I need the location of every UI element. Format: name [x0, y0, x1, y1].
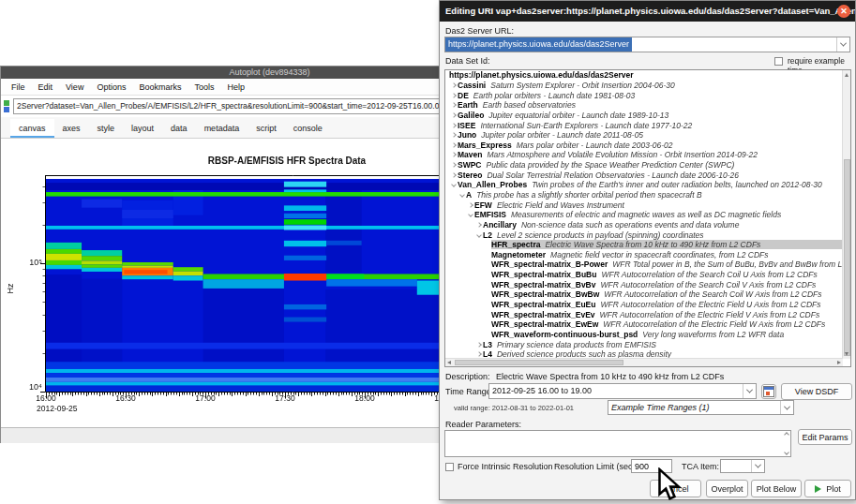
horizontal-scrollbar[interactable] — [445, 358, 843, 366]
chevron-collapsed-icon[interactable] — [450, 173, 458, 177]
tree-item-Ancillary[interactable]: AncillaryNon-science data such as operat… — [445, 220, 850, 230]
chevron-collapsed-icon[interactable] — [467, 203, 474, 207]
tree-item-WFR_spectral-matrix_BuBu[interactable]: WFR_spectral-matrix_BuBuWFR Autocorrelat… — [445, 270, 850, 280]
menu-item-tools[interactable]: Tools — [188, 82, 220, 92]
tree-item-WFR_spectral-matrix_EuEu[interactable]: WFR_spectral-matrix_EuEuWFR Autocorrelat… — [445, 300, 850, 310]
force-intrinsic-resolution-checkbox[interactable] — [445, 463, 454, 471]
menu-item-options[interactable]: Options — [90, 82, 132, 92]
chevron-up-icon[interactable] — [784, 432, 789, 437]
chevron-collapsed-icon[interactable] — [450, 113, 458, 117]
tab-data[interactable]: data — [162, 119, 196, 138]
tree-item-Maven[interactable]: MavenMars Atmosphere and Volatile Evolut… — [445, 150, 850, 160]
tab-metadata[interactable]: metadata — [196, 119, 248, 138]
chevron-expanded-icon[interactable] — [450, 183, 458, 186]
tree-item-ISEE[interactable]: ISEEInternational Sun-Earth Explorers - … — [445, 120, 850, 130]
chevron-down-icon[interactable] — [743, 384, 756, 398]
chevron-collapsed-icon[interactable] — [450, 163, 458, 167]
y-tick-label: 10⁴ — [10, 382, 42, 392]
menu-item-help[interactable]: Help — [220, 82, 251, 92]
tree-item-L2[interactable]: L2Level 2 science products in payload (s… — [445, 230, 850, 240]
overplot-button[interactable]: Overplot — [706, 480, 748, 497]
chevron-collapsed-icon[interactable] — [450, 94, 458, 97]
chevron-collapsed-icon[interactable] — [450, 103, 458, 107]
chevron-down-icon[interactable] — [784, 450, 789, 455]
view-dsdf-button[interactable]: View DSDF — [781, 383, 852, 400]
require-example-time-checkbox[interactable] — [774, 57, 783, 66]
menu-item-edit[interactable]: Edit — [32, 82, 60, 92]
tree-item-L3[interactable]: L3Primary science data products from EMF… — [445, 339, 850, 349]
tree-item-EMFISIS[interactable]: EMFISISMeasurements of electric and magn… — [445, 210, 850, 220]
tree-item-EFW[interactable]: EFWElectric Field and Waves Instrument — [445, 200, 850, 210]
close-icon[interactable]: ✕ — [837, 5, 850, 18]
chevron-collapsed-icon[interactable] — [450, 143, 458, 147]
scroll-down-icon[interactable] — [845, 352, 848, 356]
chevron-collapsed-icon[interactable] — [450, 124, 458, 127]
reader-parameters-textarea[interactable] — [444, 430, 791, 457]
time-range-combobox[interactable]: 2012-09-25 16.00 to 19.00 — [488, 383, 757, 399]
chevron-collapsed-icon[interactable] — [475, 352, 483, 356]
tree-item-Mars_Express[interactable]: Mars_ExpressMars polar orbiter - Launch … — [445, 140, 850, 150]
chevron-collapsed-icon[interactable] — [450, 133, 458, 137]
plot-button[interactable]: Plot — [804, 480, 851, 497]
chevron-expanded-icon[interactable] — [475, 233, 483, 237]
tab-console[interactable]: console — [285, 119, 331, 138]
tree-item-Galileo[interactable]: GalileoJupiter equatorial orbiter - Laun… — [445, 111, 850, 121]
chevron-down-icon[interactable] — [780, 401, 793, 414]
description-label: Description: — [445, 372, 490, 381]
tree-item-A[interactable]: AThis probe has a slightly shorter orbit… — [445, 190, 850, 200]
scroll-left-icon[interactable] — [447, 361, 451, 364]
tree-item-WFR_spectral-matrix_EwEw[interactable]: WFR_spectral-matrix_EwEwWFR Autocorrelat… — [445, 319, 850, 330]
tree-item-DE[interactable]: DEEarth polar orbiters - Launch date 198… — [445, 90, 850, 100]
tree-item-Cassini[interactable]: CassiniSaturn System Explorer - Orbit In… — [445, 81, 850, 91]
plot-below-button[interactable]: Plot Below — [751, 480, 802, 497]
dataset-tree[interactable]: https://planet.physics.uiowa.edu/das/das… — [444, 69, 851, 367]
tab-style[interactable]: style — [89, 119, 124, 138]
chevron-collapsed-icon[interactable] — [450, 83, 458, 87]
calendar-icon — [763, 386, 774, 397]
tab-layout[interactable]: layout — [123, 119, 162, 138]
hscroll-thumb[interactable] — [455, 360, 623, 365]
tree-item-WFR_waveform-continuous-burst_psd[interactable]: WFR_waveform-continuous-burst_psdVery lo… — [445, 330, 850, 340]
play-icon — [815, 485, 821, 493]
tree-item-WFR_spectral-matrix_EvEv[interactable]: WFR_spectral-matrix_EvEvWFR Autocorrelat… — [445, 309, 850, 319]
tree-item-Juno[interactable]: JunoJupiter polar orbiter - Launch date … — [445, 130, 850, 141]
chevron-down-icon[interactable] — [751, 460, 764, 472]
tree-item-WFR_spectral-matrix_B-Power[interactable]: WFR_spectral-matrix_B-PowerWFR Total pow… — [445, 259, 850, 270]
chevron-collapsed-icon[interactable] — [475, 223, 483, 227]
description-value: Electric Wave Spectra from 10 kHz to 490… — [496, 372, 724, 381]
vertical-scrollbar[interactable] — [842, 70, 850, 359]
tree-item-WFR_spectral-matrix_BvBv[interactable]: WFR_spectral-matrix_BvBvWFR Autocorrelat… — [445, 279, 850, 289]
server-url-combobox[interactable]: https://planet.physics.uiowa.edu/das/das… — [444, 37, 850, 52]
chevron-down-icon[interactable] — [836, 37, 849, 52]
plot-title: RBSP-A/EMFISIS HFR Spectra Data — [99, 156, 474, 166]
tree-item-Magnetometer[interactable]: MagnetometerMagnetic field vector in spa… — [445, 250, 850, 260]
tree-item-HFR_spectra[interactable]: HFR_spectraElectric Wave Spectra from 10… — [445, 240, 850, 250]
tab-canvas[interactable]: canvas — [10, 119, 54, 138]
chevron-expanded-icon[interactable] — [458, 193, 466, 197]
menu-item-file[interactable]: File — [5, 82, 32, 92]
edit-params-button[interactable]: Edit Params — [798, 429, 852, 445]
vscroll-thumb[interactable] — [844, 159, 850, 356]
tab-script[interactable]: script — [248, 119, 285, 138]
tree-item-Stereo[interactable]: StereoDual Solar Terrestrial Relation Ob… — [445, 170, 850, 180]
scroll-right-icon[interactable] — [837, 361, 841, 364]
tree-item-Van_Allen_Probes[interactable]: Van_Allen_ProbesTwin probes of the Earth… — [445, 180, 850, 190]
tree-item-Earth[interactable]: EarthEarth based observatories — [445, 100, 850, 111]
chevron-expanded-icon[interactable] — [467, 213, 474, 216]
menu-item-view[interactable]: View — [59, 82, 90, 92]
example-time-ranges-combobox[interactable]: Example Time Ranges (1) — [608, 400, 794, 415]
tab-axes[interactable]: axes — [54, 119, 89, 138]
calendar-button[interactable] — [761, 384, 776, 399]
reader-parameters-label: Reader Parameters: — [445, 420, 521, 429]
scroll-up-icon[interactable] — [845, 73, 848, 77]
tca-item-combobox[interactable] — [720, 459, 765, 473]
chevron-collapsed-icon[interactable] — [475, 343, 483, 347]
chevron-collapsed-icon[interactable] — [450, 153, 458, 156]
menu-item-bookmarks[interactable]: Bookmarks — [132, 82, 188, 92]
uri-status-icon — [4, 100, 10, 112]
tree-item-WFR_spectral-matrix_BwBw[interactable]: WFR_spectral-matrix_BwBwWFR Autocorrelat… — [445, 289, 850, 300]
server-url-value: https://planet.physics.uiowa.edu/das/das… — [445, 37, 632, 52]
tree-root[interactable]: https://planet.physics.uiowa.edu/das/das… — [445, 70, 850, 81]
y-axis-label: Hz — [6, 284, 15, 294]
tree-item-SWPC[interactable]: SWPCPublic data provided by the Space We… — [445, 160, 850, 170]
